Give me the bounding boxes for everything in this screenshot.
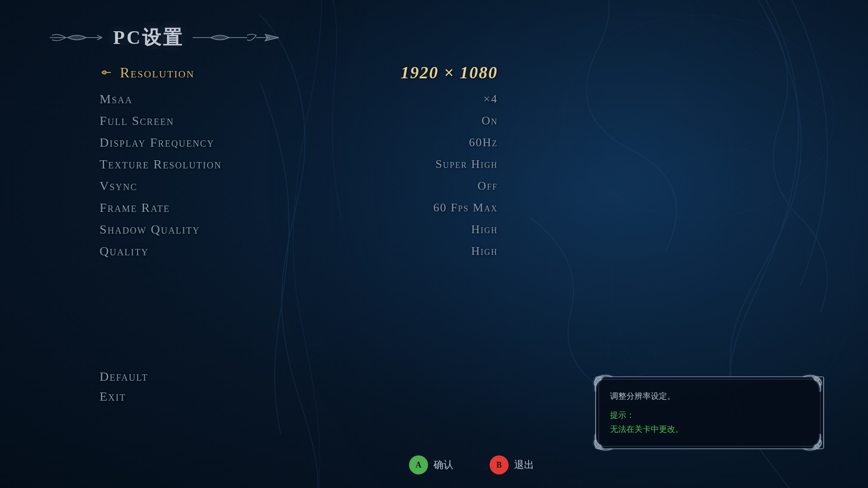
controller-buttons-area: A 确认 B 退出 (409, 455, 534, 474)
shadow-quality-value: High (362, 223, 498, 236)
texture-resolution-value: Super High (362, 158, 498, 171)
quality-label: Quality (100, 244, 149, 258)
fullscreen-value: On (362, 114, 498, 128)
resolution-label: Resolution (100, 64, 195, 81)
info-hint-text: 无法在关卡中更改。 (610, 423, 809, 436)
title-area: PC设置 (45, 25, 283, 50)
resolution-value: 1920 × 1080 (362, 62, 498, 82)
arrow-indicator-icon (100, 66, 113, 79)
display-frequency-label: Display Frequency (100, 135, 215, 150)
a-button-circle: A (409, 455, 428, 474)
shadow-quality-label: Shadow Quality (100, 222, 200, 237)
back-label: 退出 (514, 458, 534, 472)
confirm-label: 确认 (434, 458, 453, 472)
menu-item-fullscreen[interactable]: Full Screen On (100, 110, 498, 132)
menu-item-shadow-quality[interactable]: Shadow Quality High (100, 219, 498, 240)
title-ornament-left (45, 26, 104, 49)
back-button[interactable]: B 退出 (490, 455, 534, 474)
info-hint-label: 提示： (610, 410, 809, 421)
page-title: PC设置 (104, 25, 193, 50)
b-button-circle: B (490, 455, 509, 474)
msaa-label: Msaa (100, 92, 133, 106)
menu-item-vsync[interactable]: Vsync Off (100, 175, 498, 197)
frame-rate-label: Frame Rate (100, 201, 170, 215)
default-button[interactable]: Default (100, 367, 148, 387)
settings-menu: Resolution 1920 × 1080 Msaa ×4 Full Scre… (100, 59, 498, 262)
display-frequency-value: 60Hz (362, 136, 498, 149)
menu-item-frame-rate[interactable]: Frame Rate 60 Fps Max (100, 197, 498, 219)
vsync-label: Vsync (100, 179, 138, 193)
fullscreen-label: Full Screen (100, 114, 174, 128)
title-ornament-right (193, 26, 283, 49)
bottom-buttons-area: Default Exit (100, 367, 148, 407)
quality-value: High (362, 244, 498, 258)
msaa-value: ×4 (362, 92, 498, 106)
info-box: 调整分辨率设定。 提示： 无法在关卡中更改。 (592, 374, 827, 452)
menu-item-texture-resolution[interactable]: Texture Resolution Super High (100, 153, 498, 175)
exit-button[interactable]: Exit (100, 387, 148, 407)
vsync-value: Off (362, 179, 498, 193)
confirm-button[interactable]: A 确认 (409, 455, 453, 474)
menu-item-resolution[interactable]: Resolution 1920 × 1080 (100, 59, 498, 86)
info-main-text: 调整分辨率设定。 (610, 390, 809, 403)
menu-item-quality[interactable]: Quality High (100, 240, 498, 262)
frame-rate-value: 60 Fps Max (362, 201, 498, 215)
menu-item-display-frequency[interactable]: Display Frequency 60Hz (100, 132, 498, 153)
menu-item-msaa[interactable]: Msaa ×4 (100, 88, 498, 110)
texture-resolution-label: Texture Resolution (100, 157, 222, 172)
